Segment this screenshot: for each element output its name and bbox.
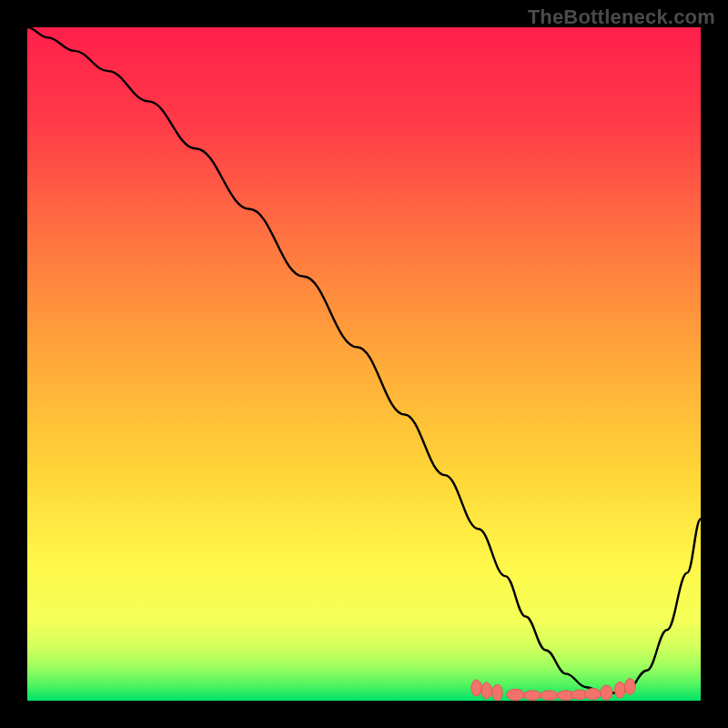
marker-dot bbox=[492, 684, 502, 701]
gradient-background bbox=[27, 27, 701, 701]
plot-area bbox=[27, 27, 701, 701]
marker-dot bbox=[541, 691, 559, 701]
marker-dot bbox=[507, 689, 525, 700]
marker-dot bbox=[471, 680, 481, 696]
marker-dot bbox=[625, 679, 635, 695]
marker-dot bbox=[615, 682, 625, 698]
marker-dot bbox=[523, 691, 541, 701]
watermark-text: TheBottleneck.com bbox=[528, 5, 715, 29]
chart-frame: TheBottleneck.com bbox=[0, 0, 728, 728]
marker-dot bbox=[585, 688, 602, 699]
marker-dot bbox=[601, 685, 612, 700]
marker-dot bbox=[481, 682, 491, 699]
chart-svg bbox=[27, 27, 701, 701]
